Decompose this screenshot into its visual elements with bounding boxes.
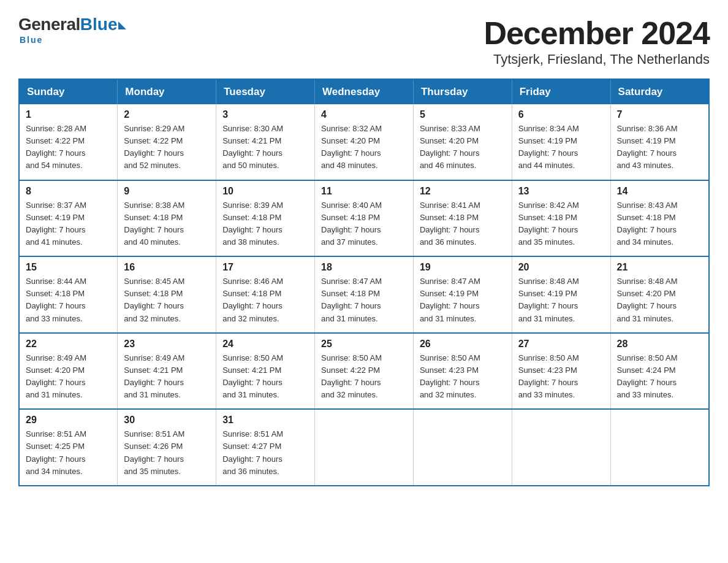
day-info: Sunrise: 8:34 AM Sunset: 4:19 PM Dayligh… [518,123,604,172]
day-info: Sunrise: 8:51 AM Sunset: 4:27 PM Dayligh… [222,428,308,478]
calendar-table: SundayMondayTuesdayWednesdayThursdayFrid… [18,79,710,486]
calendar-cell: 23Sunrise: 8:49 AM Sunset: 4:21 PM Dayli… [118,333,216,410]
day-number: 23 [124,339,210,350]
day-info: Sunrise: 8:49 AM Sunset: 4:20 PM Dayligh… [26,352,111,402]
calendar-cell: 24Sunrise: 8:50 AM Sunset: 4:21 PM Dayli… [216,333,315,410]
day-info: Sunrise: 8:46 AM Sunset: 4:18 PM Dayligh… [222,275,308,325]
location-title: Tytsjerk, Friesland, The Netherlands [483,52,710,67]
day-number: 15 [26,262,111,273]
month-title: December 2024 [483,15,710,52]
day-info: Sunrise: 8:38 AM Sunset: 4:18 PM Dayligh… [124,199,210,249]
calendar-cell: 17Sunrise: 8:46 AM Sunset: 4:18 PM Dayli… [216,256,315,333]
header-thursday: Thursday [413,79,512,104]
calendar-cell: 26Sunrise: 8:50 AM Sunset: 4:23 PM Dayli… [413,333,512,410]
logo-blue-text: Blue [80,15,118,34]
day-info: Sunrise: 8:51 AM Sunset: 4:26 PM Dayligh… [124,428,210,478]
title-area: December 2024 Tytsjerk, Friesland, The N… [483,15,710,67]
day-info: Sunrise: 8:36 AM Sunset: 4:19 PM Dayligh… [617,123,702,172]
calendar-cell: 13Sunrise: 8:42 AM Sunset: 4:18 PM Dayli… [512,180,610,257]
header-monday: Monday [118,79,216,104]
day-number: 1 [26,109,111,120]
day-info: Sunrise: 8:50 AM Sunset: 4:21 PM Dayligh… [222,352,308,402]
day-info: Sunrise: 8:47 AM Sunset: 4:19 PM Dayligh… [420,275,506,325]
calendar-cell [315,409,414,486]
calendar-cell: 6Sunrise: 8:34 AM Sunset: 4:19 PM Daylig… [512,104,610,180]
day-info: Sunrise: 8:45 AM Sunset: 4:18 PM Dayligh… [124,275,210,325]
day-number: 3 [222,109,308,120]
logo: General Blue Blue [18,15,126,45]
day-number: 14 [617,186,702,197]
calendar-cell: 22Sunrise: 8:49 AM Sunset: 4:20 PM Dayli… [19,333,118,410]
day-info: Sunrise: 8:44 AM Sunset: 4:18 PM Dayligh… [26,275,111,325]
day-info: Sunrise: 8:41 AM Sunset: 4:18 PM Dayligh… [420,199,506,249]
day-number: 17 [222,262,308,273]
day-info: Sunrise: 8:43 AM Sunset: 4:18 PM Dayligh… [617,199,702,249]
header-friday: Friday [512,79,610,104]
day-info: Sunrise: 8:37 AM Sunset: 4:19 PM Dayligh… [26,199,111,249]
day-info: Sunrise: 8:48 AM Sunset: 4:19 PM Dayligh… [518,275,604,325]
calendar-cell: 19Sunrise: 8:47 AM Sunset: 4:19 PM Dayli… [413,256,512,333]
calendar-cell: 28Sunrise: 8:50 AM Sunset: 4:24 PM Dayli… [610,333,709,410]
logo-blue-part: Blue [80,15,127,34]
calendar-cell [610,409,709,486]
calendar-week-row: 22Sunrise: 8:49 AM Sunset: 4:20 PM Dayli… [19,333,709,410]
day-number: 11 [321,186,407,197]
calendar-cell: 5Sunrise: 8:33 AM Sunset: 4:20 PM Daylig… [413,104,512,180]
day-number: 2 [124,109,210,120]
calendar-cell: 3Sunrise: 8:30 AM Sunset: 4:21 PM Daylig… [216,104,315,180]
day-number: 29 [26,415,111,426]
page-header: General Blue Blue December 2024 Tytsjerk… [18,15,710,67]
calendar-cell: 9Sunrise: 8:38 AM Sunset: 4:18 PM Daylig… [118,180,216,257]
day-info: Sunrise: 8:29 AM Sunset: 4:22 PM Dayligh… [124,123,210,172]
calendar-cell [413,409,512,486]
calendar-cell: 21Sunrise: 8:48 AM Sunset: 4:20 PM Dayli… [610,256,709,333]
calendar-cell: 20Sunrise: 8:48 AM Sunset: 4:19 PM Dayli… [512,256,610,333]
calendar-cell: 27Sunrise: 8:50 AM Sunset: 4:23 PM Dayli… [512,333,610,410]
day-number: 10 [222,186,308,197]
day-info: Sunrise: 8:50 AM Sunset: 4:23 PM Dayligh… [420,352,506,402]
logo-general-text: General [18,15,80,34]
day-number: 16 [124,262,210,273]
day-info: Sunrise: 8:40 AM Sunset: 4:18 PM Dayligh… [321,199,407,249]
day-info: Sunrise: 8:32 AM Sunset: 4:20 PM Dayligh… [321,123,407,172]
calendar-cell: 16Sunrise: 8:45 AM Sunset: 4:18 PM Dayli… [118,256,216,333]
logo-underline-text: Blue [20,35,43,45]
day-number: 5 [420,109,506,120]
day-number: 8 [26,186,111,197]
calendar-cell: 2Sunrise: 8:29 AM Sunset: 4:22 PM Daylig… [118,104,216,180]
calendar-week-row: 29Sunrise: 8:51 AM Sunset: 4:25 PM Dayli… [19,409,709,486]
calendar-cell: 25Sunrise: 8:50 AM Sunset: 4:22 PM Dayli… [315,333,414,410]
header-saturday: Saturday [610,79,709,104]
calendar-cell: 11Sunrise: 8:40 AM Sunset: 4:18 PM Dayli… [315,180,414,257]
day-info: Sunrise: 8:48 AM Sunset: 4:20 PM Dayligh… [617,275,702,325]
day-number: 12 [420,186,506,197]
day-number: 13 [518,186,604,197]
calendar-cell: 7Sunrise: 8:36 AM Sunset: 4:19 PM Daylig… [610,104,709,180]
day-number: 24 [222,339,308,350]
day-number: 30 [124,415,210,426]
calendar-cell: 10Sunrise: 8:39 AM Sunset: 4:18 PM Dayli… [216,180,315,257]
day-info: Sunrise: 8:33 AM Sunset: 4:20 PM Dayligh… [420,123,506,172]
calendar-cell: 15Sunrise: 8:44 AM Sunset: 4:18 PM Dayli… [19,256,118,333]
header-tuesday: Tuesday [216,79,315,104]
day-number: 20 [518,262,604,273]
day-number: 22 [26,339,111,350]
calendar-cell: 8Sunrise: 8:37 AM Sunset: 4:19 PM Daylig… [19,180,118,257]
calendar-cell: 31Sunrise: 8:51 AM Sunset: 4:27 PM Dayli… [216,409,315,486]
day-info: Sunrise: 8:49 AM Sunset: 4:21 PM Dayligh… [124,352,210,402]
calendar-header-row: SundayMondayTuesdayWednesdayThursdayFrid… [19,79,709,104]
calendar-cell [512,409,610,486]
calendar-cell: 29Sunrise: 8:51 AM Sunset: 4:25 PM Dayli… [19,409,118,486]
header-wednesday: Wednesday [315,79,414,104]
logo-triangle-icon [118,21,126,29]
day-number: 6 [518,109,604,120]
calendar-cell: 12Sunrise: 8:41 AM Sunset: 4:18 PM Dayli… [413,180,512,257]
day-number: 21 [617,262,702,273]
day-info: Sunrise: 8:50 AM Sunset: 4:22 PM Dayligh… [321,352,407,402]
day-info: Sunrise: 8:42 AM Sunset: 4:18 PM Dayligh… [518,199,604,249]
calendar-week-row: 8Sunrise: 8:37 AM Sunset: 4:19 PM Daylig… [19,180,709,257]
calendar-cell: 14Sunrise: 8:43 AM Sunset: 4:18 PM Dayli… [610,180,709,257]
day-number: 31 [222,415,308,426]
calendar-cell: 30Sunrise: 8:51 AM Sunset: 4:26 PM Dayli… [118,409,216,486]
day-number: 28 [617,339,702,350]
